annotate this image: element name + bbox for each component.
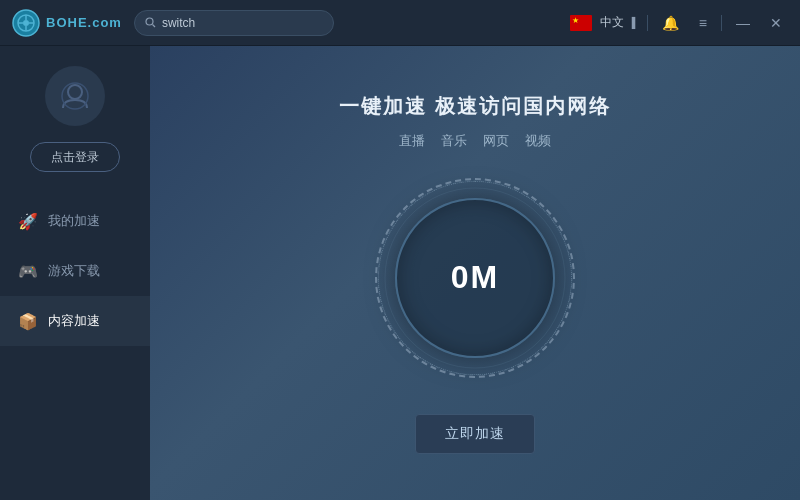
divider (647, 15, 648, 31)
game-icon: 🎮 (18, 262, 38, 281)
speed-dial: 0M (375, 178, 575, 378)
signal-icon: ▌ (632, 17, 639, 28)
close-button[interactable]: ✕ (764, 13, 788, 33)
sub-tags: 直播 音乐 网页 视频 (399, 132, 551, 150)
svg-point-6 (62, 83, 88, 109)
logo-area: BOHE.com (12, 9, 122, 37)
title-bar: BOHE.com switch 中文 ▌ 🔔 ≡ — ✕ (0, 0, 800, 46)
speed-dial-inner: 0M (395, 198, 555, 358)
lang-text: 中文 (600, 14, 624, 31)
divider2 (721, 15, 722, 31)
speed-value: 0M (451, 259, 499, 296)
speed-dial-outer: 0M (375, 178, 575, 378)
sidebar-item-label-game-download: 游戏下载 (48, 262, 100, 280)
bell-icon[interactable]: 🔔 (656, 13, 685, 33)
sidebar-item-label-my-speed: 我的加速 (48, 212, 100, 230)
sidebar: 点击登录 🚀 我的加速 🎮 游戏下载 📦 内容加速 (0, 46, 150, 500)
svg-point-5 (68, 85, 82, 99)
rocket-icon: 🚀 (18, 212, 38, 231)
main-layout: 点击登录 🚀 我的加速 🎮 游戏下载 📦 内容加速 一键加速 极速访问国内网络 … (0, 46, 800, 500)
sidebar-item-my-speed[interactable]: 🚀 我的加速 (0, 196, 150, 246)
sidebar-item-label-content-speed: 内容加速 (48, 312, 100, 330)
tag-live: 直播 (399, 132, 425, 150)
minimize-button[interactable]: — (730, 13, 756, 33)
tag-video: 视频 (525, 132, 551, 150)
tag-web: 网页 (483, 132, 509, 150)
main-content: 一键加速 极速访问国内网络 直播 音乐 网页 视频 0M 立即加速 (150, 46, 800, 500)
title-bar-right: 中文 ▌ 🔔 ≡ — ✕ (570, 13, 788, 33)
search-text: switch (162, 16, 195, 30)
menu-icon[interactable]: ≡ (693, 13, 713, 33)
svg-line-4 (152, 25, 155, 28)
flag-icon (570, 15, 592, 31)
sidebar-item-content-speed[interactable]: 📦 内容加速 (0, 296, 150, 346)
content-icon: 📦 (18, 312, 38, 331)
login-button[interactable]: 点击登录 (30, 142, 120, 172)
sidebar-item-game-download[interactable]: 🎮 游戏下载 (0, 246, 150, 296)
avatar (45, 66, 105, 126)
svg-point-2 (23, 20, 29, 26)
logo-text: BOHE.com (46, 15, 122, 30)
svg-point-3 (146, 18, 153, 25)
nav-items: 🚀 我的加速 🎮 游戏下载 📦 内容加速 (0, 196, 150, 346)
logo-icon (12, 9, 40, 37)
main-title: 一键加速 极速访问国内网络 (339, 93, 611, 120)
avatar-icon (59, 80, 91, 112)
tag-music: 音乐 (441, 132, 467, 150)
search-bar[interactable]: switch (134, 10, 334, 36)
accelerate-button[interactable]: 立即加速 (415, 414, 535, 454)
search-icon (145, 17, 156, 28)
